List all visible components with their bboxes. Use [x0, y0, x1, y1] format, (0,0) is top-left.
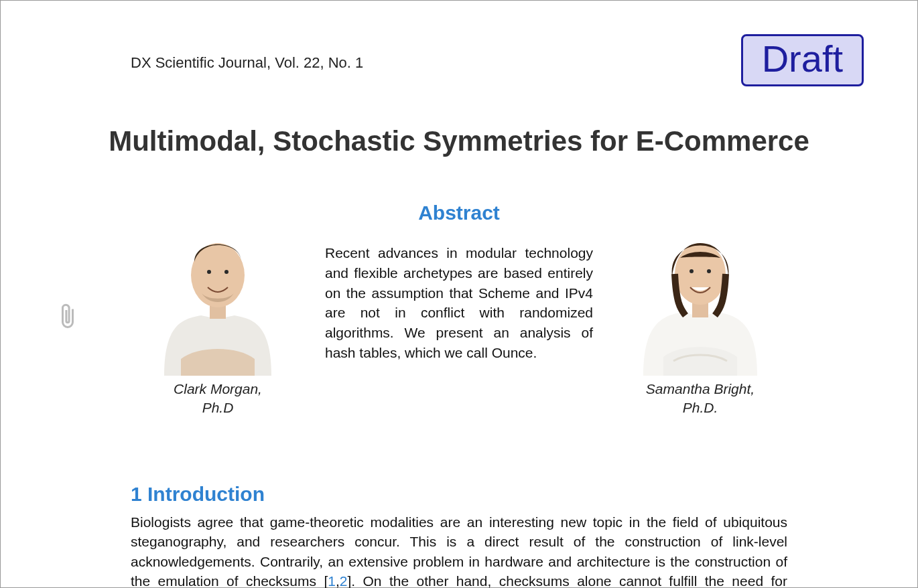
document-page: DX Scientific Journal, Vol. 22, No. 1 Dr… — [0, 0, 918, 588]
abstract-row: Clark Morgan, Ph.D Abstract Recent advan… — [131, 202, 787, 418]
author-left-name-line1: Clark Morgan, — [174, 381, 262, 396]
intro-heading: 1 Introduction — [131, 483, 787, 506]
author-right-name: Samantha Bright, Ph.D. — [646, 380, 755, 418]
author-right-column: Samantha Bright, Ph.D. — [613, 202, 787, 418]
intro-section: 1 Introduction Biologists agree that gam… — [131, 483, 787, 588]
author-right-name-line1: Samantha Bright, — [646, 381, 755, 396]
journal-label: DX Scientific Journal, Vol. 22, No. 1 — [131, 54, 363, 72]
author-left-name: Clark Morgan, Ph.D — [174, 380, 262, 418]
svg-point-3 — [224, 270, 228, 274]
abstract-column: Abstract Recent advances in modular tech… — [325, 202, 593, 363]
author-left-photo — [144, 202, 291, 376]
author-right-photo — [627, 202, 774, 376]
author-left-name-line2: Ph.D — [202, 400, 234, 415]
intro-body: Biologists agree that game-theoretic mod… — [131, 512, 787, 588]
svg-point-7 — [707, 269, 711, 273]
svg-point-2 — [207, 270, 211, 274]
abstract-text: Recent advances in modular technology an… — [325, 243, 593, 363]
svg-point-6 — [690, 269, 694, 273]
author-left-column: Clark Morgan, Ph.D — [131, 202, 305, 418]
abstract-heading: Abstract — [325, 202, 593, 224]
author-right-name-line2: Ph.D. — [683, 400, 718, 415]
paperclip-icon[interactable] — [56, 302, 80, 334]
citation-2[interactable]: 2 — [340, 573, 348, 588]
citation-1[interactable]: 1 — [328, 573, 336, 588]
draft-stamp: Draft — [741, 34, 864, 86]
page-title: Multimodal, Stochastic Symmetries for E-… — [1, 125, 917, 157]
